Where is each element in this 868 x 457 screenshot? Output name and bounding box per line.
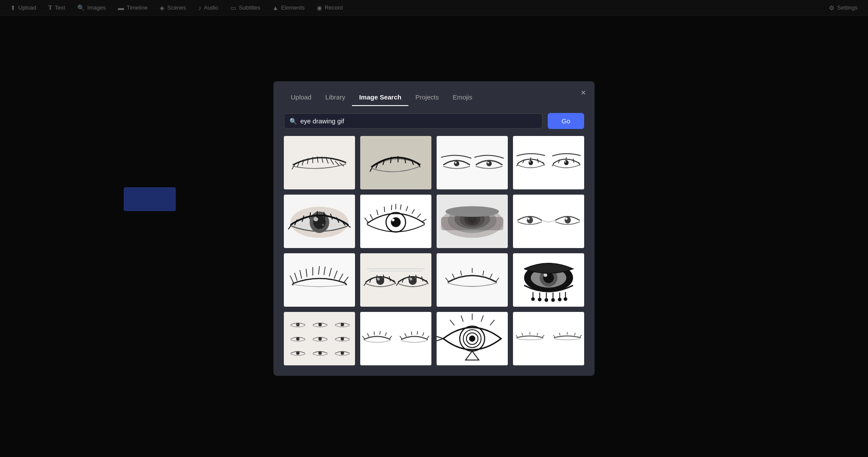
tab-projects[interactable]: Projects (408, 90, 446, 106)
svg-point-143 (551, 298, 555, 302)
svg-point-86 (565, 218, 567, 220)
search-icon: 🔍 (289, 118, 297, 125)
svg-point-135 (544, 273, 547, 277)
svg-point-153 (296, 337, 299, 341)
svg-line-111 (383, 275, 384, 279)
svg-point-61 (392, 219, 395, 221)
svg-line-66 (391, 205, 392, 210)
image-result-8[interactable] (513, 195, 584, 248)
svg-point-139 (538, 298, 541, 301)
svg-point-83 (527, 216, 533, 223)
image-result-6[interactable] (360, 195, 431, 248)
search-go-button[interactable]: Go (548, 113, 584, 129)
image-result-9[interactable] (284, 253, 355, 307)
svg-rect-89 (284, 253, 355, 307)
svg-point-106 (376, 277, 384, 285)
svg-point-151 (319, 323, 322, 326)
svg-point-81 (446, 206, 499, 217)
svg-point-114 (409, 277, 417, 285)
svg-line-65 (384, 207, 385, 212)
image-result-5[interactable] (284, 195, 355, 248)
svg-line-163 (380, 331, 380, 334)
svg-point-154 (319, 337, 322, 341)
svg-point-34 (564, 160, 569, 165)
svg-point-101 (292, 284, 293, 285)
svg-rect-26 (513, 136, 584, 189)
tab-library[interactable]: Library (319, 90, 352, 106)
svg-point-23 (455, 162, 457, 163)
image-result-13[interactable] (284, 312, 355, 365)
tab-upload[interactable]: Upload (284, 90, 319, 106)
svg-point-102 (345, 284, 347, 285)
svg-point-27 (529, 160, 533, 165)
svg-point-84 (527, 218, 529, 220)
image-result-4[interactable] (513, 136, 584, 189)
svg-line-162 (374, 331, 375, 335)
svg-point-85 (565, 216, 571, 223)
image-result-1[interactable] (284, 136, 355, 189)
svg-rect-184 (513, 312, 584, 365)
svg-point-25 (487, 162, 489, 163)
svg-point-152 (341, 323, 344, 326)
svg-rect-80 (441, 217, 503, 230)
svg-point-176 (469, 335, 475, 341)
svg-line-31 (530, 157, 531, 161)
svg-point-145 (558, 298, 562, 301)
svg-point-150 (297, 324, 298, 325)
svg-point-157 (319, 351, 322, 355)
svg-point-137 (531, 297, 535, 301)
svg-line-168 (411, 331, 412, 335)
image-result-12[interactable] (513, 253, 584, 307)
svg-point-147 (564, 297, 567, 301)
image-result-2[interactable] (360, 136, 431, 189)
svg-line-169 (417, 331, 418, 334)
search-input-wrapper: 🔍 (284, 113, 542, 129)
svg-point-107 (377, 278, 380, 280)
svg-point-156 (296, 351, 299, 355)
image-result-16[interactable] (513, 312, 584, 365)
image-result-3[interactable] (437, 136, 508, 189)
svg-line-119 (416, 275, 416, 279)
tab-image-search[interactable]: Image Search (352, 90, 408, 106)
svg-point-22 (454, 161, 459, 166)
svg-rect-82 (513, 195, 584, 248)
image-result-15[interactable] (437, 312, 508, 365)
search-bar: 🔍 Go (273, 106, 595, 136)
tab-emojis[interactable]: Emojis (446, 90, 479, 106)
image-result-11[interactable] (437, 253, 508, 307)
modal-header: Upload Library Image Search Projects Emo… (273, 81, 595, 106)
image-result-10[interactable] (360, 253, 431, 307)
svg-point-46 (322, 224, 324, 226)
svg-point-158 (341, 351, 344, 355)
image-grid (273, 136, 595, 376)
image-search-modal: Upload Library Image Search Projects Emo… (273, 81, 595, 376)
modal-close-button[interactable]: × (581, 88, 586, 97)
image-result-7[interactable] (437, 195, 508, 248)
svg-rect-159 (360, 312, 431, 365)
search-input[interactable] (300, 117, 537, 125)
svg-point-155 (341, 337, 344, 341)
svg-point-149 (296, 323, 299, 326)
modal-overlay: Upload Library Image Search Projects Emo… (0, 0, 868, 457)
svg-point-60 (391, 217, 401, 227)
svg-rect-12 (360, 136, 431, 189)
svg-point-141 (545, 298, 548, 302)
svg-point-24 (487, 161, 492, 166)
svg-point-115 (410, 278, 412, 280)
svg-line-38 (566, 157, 566, 161)
image-result-14[interactable] (360, 312, 431, 365)
